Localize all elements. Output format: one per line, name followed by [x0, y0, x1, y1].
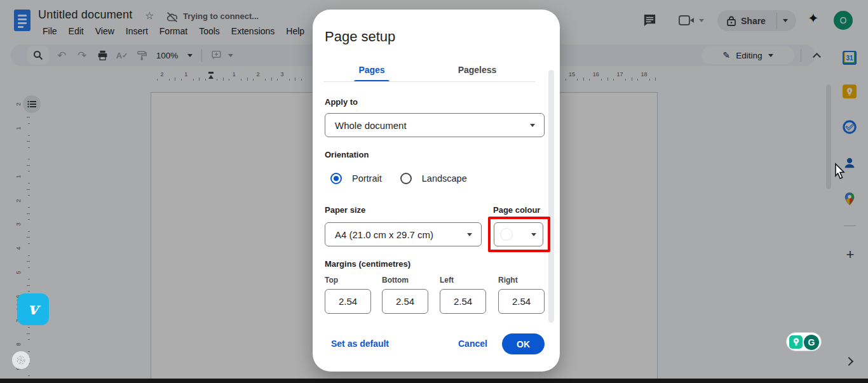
dialog-title: Page setup: [325, 29, 395, 45]
tab-pages-label: Pages: [358, 65, 384, 75]
apply-to-select[interactable]: Whole document: [325, 113, 545, 137]
paper-size-label: Paper size: [325, 205, 365, 215]
page-colour-label: Page colour: [493, 205, 540, 215]
highlight-annotation-box: [488, 217, 550, 252]
bottom-edge-bar: [0, 379, 868, 383]
grammarly-g-icon[interactable]: G: [804, 335, 819, 350]
margin-left-label: Left: [440, 276, 454, 285]
paper-size-value: A4 (21.0 cm x 29.7 cm): [335, 229, 433, 240]
margin-bottom-label: Bottom: [382, 276, 409, 285]
grammarly-widget[interactable]: G: [786, 332, 822, 351]
paper-size-select[interactable]: A4 (21.0 cm x 29.7 cm): [325, 222, 482, 246]
vimeo-extension-icon[interactable]: v: [17, 293, 49, 325]
landscape-label: Landscape: [422, 173, 467, 184]
margin-top-input[interactable]: 2.54: [325, 289, 371, 314]
dialog-tabs: Pages Pageless: [319, 60, 530, 79]
apply-to-caret-icon: [530, 124, 535, 127]
tab-pageless-label: Pageless: [458, 65, 497, 75]
margin-left-input[interactable]: 2.54: [440, 289, 486, 314]
margin-right-label: Right: [498, 276, 518, 285]
tab-pageless[interactable]: Pageless: [424, 60, 530, 79]
vimeo-letter: v: [28, 299, 38, 318]
apply-to-label: Apply to: [325, 97, 358, 107]
margin-top-label: Top: [325, 276, 338, 285]
page-setup-dialog: Page setup Pages Pageless Apply to Whole…: [313, 10, 560, 372]
orientation-options: Portrait Landscape: [330, 173, 467, 184]
paper-size-caret-icon: [467, 233, 472, 236]
cancel-button[interactable]: Cancel: [458, 339, 487, 349]
margins-label: Margins (centimetres): [325, 259, 410, 269]
grammarly-letter: G: [808, 337, 815, 347]
set-as-default-button[interactable]: Set as default: [331, 339, 389, 349]
portrait-radio[interactable]: [330, 173, 342, 184]
dialog-scrollbar[interactable]: [548, 70, 554, 323]
margin-bottom-input[interactable]: 2.54: [382, 289, 428, 314]
mouse-cursor: [834, 163, 846, 180]
fingerprint-icon[interactable]: [12, 351, 30, 369]
ok-button[interactable]: OK: [502, 333, 545, 354]
margin-right-input[interactable]: 2.54: [498, 289, 545, 314]
landscape-radio[interactable]: [400, 173, 412, 184]
orientation-label: Orientation: [325, 150, 369, 159]
tabs-divider: [323, 81, 535, 82]
suggestion-bulb-icon[interactable]: [789, 335, 803, 349]
tab-pages[interactable]: Pages: [319, 60, 424, 79]
portrait-label: Portrait: [352, 173, 382, 184]
apply-to-value: Whole document: [335, 120, 407, 131]
